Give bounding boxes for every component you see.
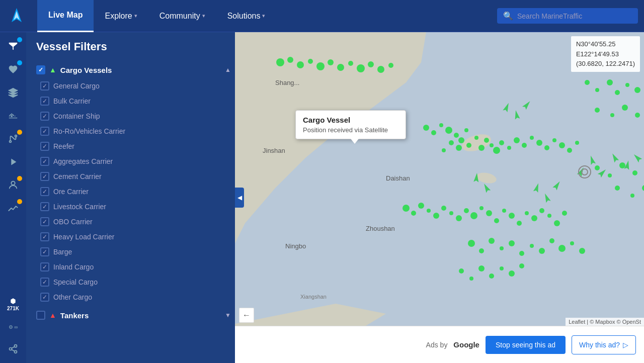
cargo-vessels-checkbox[interactable]: ✓	[36, 65, 45, 74]
roro-checkbox[interactable]: ✓	[40, 127, 49, 136]
general-cargo-checkbox[interactable]: ✓	[40, 81, 49, 90]
filter-inland-cargo[interactable]: ✓ Inland Cargo	[38, 259, 235, 275]
search-box[interactable]: 🔍	[497, 8, 638, 24]
svg-point-6	[15, 345, 17, 347]
site-logo[interactable]	[6, 6, 27, 27]
tooltip-arrow	[351, 139, 359, 144]
panel-title: Vessel Filters	[34, 40, 235, 53]
filter-other-cargo[interactable]: ✓ Other Cargo	[38, 290, 235, 305]
nav-explore[interactable]: Explore ▾	[94, 0, 148, 32]
filter-bulk-carrier[interactable]: ✓ Bulk Carrier	[38, 94, 235, 109]
sidebar-weather-icon[interactable]	[3, 106, 23, 126]
search-input[interactable]	[517, 12, 628, 20]
svg-point-5	[11, 182, 15, 185]
special-cargo-checkbox[interactable]: ✓	[40, 278, 49, 287]
back-arrow-button[interactable]: ←	[239, 308, 254, 323]
cargo-vessels-icon: ▲	[49, 66, 56, 74]
map-attribution: Leaflet | © Mapbox © OpenSt	[566, 318, 644, 326]
filter-container-ship[interactable]: ✓ Container Ship	[38, 109, 235, 124]
map-area[interactable]: ◀ N30°40'55.25 E122°14'49.53 (30.6820, 1…	[235, 32, 644, 363]
sidebar-play-icon[interactable]	[3, 152, 23, 172]
sidebar-analytics-icon[interactable]	[3, 198, 23, 218]
nav-solutions[interactable]: Solutions ▾	[216, 0, 277, 32]
sidebar-count-icon: 271K	[3, 295, 23, 315]
nav-items: Live Map Explore ▾ Community ▾ Solutions…	[37, 0, 497, 32]
nav-live-map[interactable]: Live Map	[37, 0, 94, 32]
tooltip-title: Cargo Vessel	[303, 116, 398, 124]
filter-ore[interactable]: ✓ Ore Carrier	[38, 184, 235, 199]
filter-reefer[interactable]: ✓ Reefer	[38, 139, 235, 154]
sidebar-routes-icon[interactable]	[3, 129, 23, 149]
routes-lock-badge	[17, 130, 22, 135]
vessel-tooltip[interactable]: Cargo Vessel Position received via Satel…	[295, 110, 406, 139]
tankers-group: ▲ Tankers ▼	[34, 307, 235, 324]
cargo-vessels-header[interactable]: ✓ ▲ Cargo Vessels ▲	[34, 61, 235, 78]
svg-point-7	[10, 348, 12, 350]
container-ship-checkbox[interactable]: ✓	[40, 112, 49, 121]
tankers-icon: ▲	[49, 311, 56, 319]
other-cargo-checkbox[interactable]: ✓	[40, 293, 49, 302]
filter-obo[interactable]: ✓ OBO Carrier	[38, 214, 235, 229]
why-this-ad-button[interactable]: Why this ad? ▷	[572, 335, 636, 354]
sidebar-icons: 271K ⚙ ∞	[0, 32, 26, 363]
filter-panel: Vessel Filters ✓ ▲ Cargo Vessels ▲ ✓ Gen…	[26, 32, 235, 363]
sidebar-settings-icon[interactable]: ⚙ ∞	[3, 317, 23, 337]
search-icon: 🔍	[503, 11, 513, 21]
ore-checkbox[interactable]: ✓	[40, 187, 49, 196]
tankers-toggle-icon[interactable]: ▼	[225, 312, 231, 319]
stop-ad-button[interactable]: Stop seeing this ad	[486, 336, 566, 354]
top-navigation: Live Map Explore ▾ Community ▾ Solutions…	[0, 0, 644, 32]
coordinates-display: N30°40'55.25 E122°14'49.53 (30.6820, 122…	[571, 36, 640, 72]
aggregates-checkbox[interactable]: ✓	[40, 157, 49, 166]
filter-aggregates[interactable]: ✓ Aggregates Carrier	[38, 154, 235, 169]
favorites-badge	[17, 60, 22, 65]
heavy-load-checkbox[interactable]: ✓	[40, 232, 49, 241]
explore-chevron-icon: ▾	[134, 13, 137, 19]
cargo-filter-items: ✓ General Cargo ✓ Bulk Carrier ✓ Contain…	[34, 78, 235, 305]
reefer-checkbox[interactable]: ✓	[40, 142, 49, 151]
why-ad-arrow-icon: ▷	[623, 341, 628, 349]
cargo-vessels-group: ✓ ▲ Cargo Vessels ▲ ✓ General Cargo ✓ Bu…	[34, 61, 235, 305]
filter-special-cargo[interactable]: ✓ Special Cargo	[38, 275, 235, 290]
map-canvas[interactable]	[235, 32, 644, 363]
sidebar-share-icon[interactable]	[3, 339, 23, 359]
inland-cargo-checkbox[interactable]: ✓	[40, 262, 49, 271]
svg-point-2	[11, 115, 13, 117]
sidebar-favorites-icon[interactable]	[3, 59, 23, 79]
tankers-header[interactable]: ▲ Tankers ▼	[34, 307, 235, 324]
barge-checkbox[interactable]: ✓	[40, 247, 49, 256]
analytics-lock-badge	[17, 199, 22, 204]
sidebar-bottom: 271K ⚙ ∞	[3, 295, 23, 359]
nav-community[interactable]: Community ▾	[148, 0, 216, 32]
filter-livestock[interactable]: ✓ Livestock Carrier	[38, 199, 235, 214]
filter-roro[interactable]: ✓ Ro-Ro/Vehicles Carrier	[38, 124, 235, 139]
tooltip-subtitle: Position received via Satellite	[303, 126, 398, 134]
collapse-panel-button[interactable]: ◀	[235, 188, 244, 208]
ads-by-google-label: Ads by Google	[243, 340, 479, 349]
sidebar-layers-icon[interactable]	[3, 82, 23, 103]
svg-point-3	[10, 141, 12, 143]
filter-cement[interactable]: ✓ Cement Carrier	[38, 169, 235, 184]
filter-badge	[17, 37, 22, 42]
cargo-toggle-icon[interactable]: ▲	[225, 66, 231, 73]
filter-general-cargo[interactable]: ✓ General Cargo	[38, 78, 235, 94]
community-chevron-icon: ▾	[202, 13, 205, 19]
svg-point-8	[15, 350, 17, 353]
filter-barge[interactable]: ✓ Barge	[38, 244, 235, 259]
tankers-checkbox[interactable]	[36, 311, 45, 320]
person-lock-badge	[17, 176, 22, 181]
filter-heavy-load[interactable]: ✓ Heavy Load Carrier	[38, 229, 235, 244]
main-content: 271K ⚙ ∞ Vessel Filters ✓ ▲ Cargo Vessel…	[0, 32, 644, 363]
sidebar-person-icon[interactable]	[3, 175, 23, 195]
bulk-carrier-checkbox[interactable]: ✓	[40, 97, 49, 106]
sidebar-filter-icon[interactable]	[3, 36, 23, 56]
solutions-chevron-icon: ▾	[262, 13, 265, 19]
cement-checkbox[interactable]: ✓	[40, 172, 49, 181]
svg-point-4	[15, 135, 17, 137]
ad-bar: Ads by Google Stop seeing this ad Why th…	[235, 326, 644, 363]
livestock-checkbox[interactable]: ✓	[40, 202, 49, 211]
obo-checkbox[interactable]: ✓	[40, 217, 49, 226]
